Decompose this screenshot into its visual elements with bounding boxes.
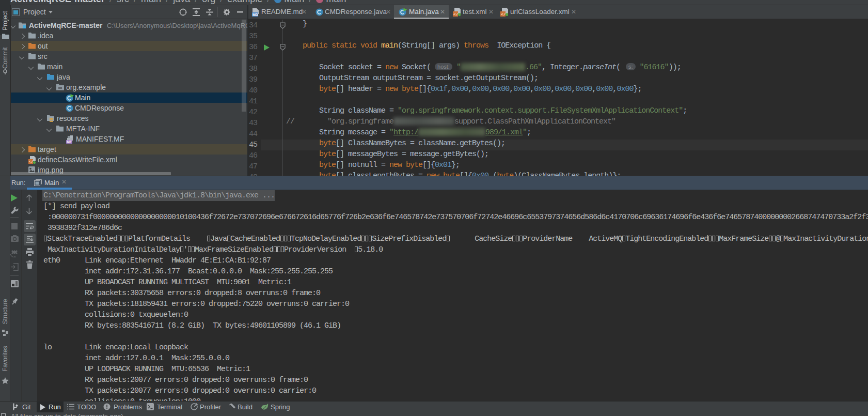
svg-text:MD: MD	[252, 13, 258, 17]
svg-text:</: </	[453, 12, 459, 17]
svg-text:MF: MF	[67, 140, 72, 144]
svg-text:</: </	[501, 12, 506, 17]
svg-text:</: </	[29, 160, 33, 164]
